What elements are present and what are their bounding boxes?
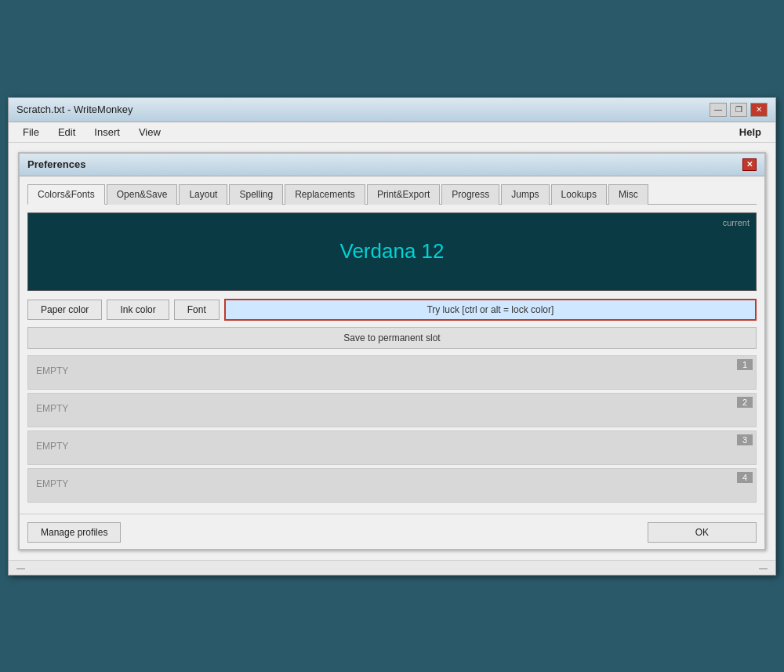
menu-edit[interactable]: Edit — [50, 124, 83, 140]
slot-item-2[interactable]: EMPTY 2 — [27, 393, 757, 427]
try-luck-button[interactable]: Try luck [ctrl or alt = lock color] — [224, 299, 757, 321]
dialog-body: Colors&Fonts Open&Save Layout Spelling R… — [20, 176, 764, 510]
slot-item-4[interactable]: EMPTY 4 — [27, 468, 757, 503]
tab-colors-fonts[interactable]: Colors&Fonts — [27, 184, 105, 205]
menu-file[interactable]: File — [15, 124, 47, 140]
tab-bar: Colors&Fonts Open&Save Layout Spelling R… — [27, 184, 757, 205]
menu-items: File Edit Insert View — [15, 124, 169, 140]
dialog-close-button[interactable]: ✕ — [742, 158, 757, 171]
status-bar: — — — [9, 560, 775, 575]
tab-jumps[interactable]: Jumps — [501, 184, 549, 205]
slot-label-2: EMPTY — [36, 400, 68, 414]
color-font-buttons: Paper color Ink color Font Try luck [ctr… — [27, 299, 757, 321]
tab-print-export[interactable]: Print&Export — [367, 184, 440, 205]
slot-label-1: EMPTY — [36, 362, 68, 376]
window-controls: — ❐ ✕ — [710, 103, 768, 117]
tab-lookups[interactable]: Lookups — [551, 184, 607, 205]
window-title: Scratch.txt - WriteMonkey — [16, 104, 133, 115]
minimize-button[interactable]: — — [710, 103, 727, 117]
menu-insert[interactable]: Insert — [86, 124, 128, 140]
slot-label-3: EMPTY — [36, 438, 68, 452]
slot-list: EMPTY 1 EMPTY 2 EMPTY 3 EMPTY 4 — [27, 355, 757, 503]
slot-number-2: 2 — [737, 397, 753, 408]
tab-open-save[interactable]: Open&Save — [107, 184, 178, 205]
window-close-button[interactable]: ✕ — [750, 103, 768, 117]
paper-color-button[interactable]: Paper color — [27, 300, 102, 320]
slot-item-1[interactable]: EMPTY 1 — [27, 355, 757, 390]
tab-progress[interactable]: Progress — [441, 184, 499, 205]
maximize-button[interactable]: ❐ — [730, 103, 747, 117]
font-preview-area: current Verdana 12 — [27, 212, 757, 291]
status-right: — — [759, 563, 768, 572]
main-window: Scratch.txt - WriteMonkey — ❐ ✕ File Edi… — [8, 97, 776, 576]
manage-profiles-button[interactable]: Manage profiles — [27, 522, 121, 543]
slot-number-4: 4 — [737, 472, 753, 483]
ink-color-button[interactable]: Ink color — [107, 300, 169, 320]
tab-replacements[interactable]: Replacements — [285, 184, 365, 205]
title-bar: Scratch.txt - WriteMonkey — ❐ ✕ — [9, 98, 775, 122]
tab-misc[interactable]: Misc — [608, 184, 648, 205]
slot-number-1: 1 — [737, 359, 753, 370]
dialog-title-text: Preferences — [27, 158, 85, 170]
slot-number-3: 3 — [737, 434, 753, 445]
slot-item-3[interactable]: EMPTY 3 — [27, 430, 757, 465]
menu-view[interactable]: View — [131, 124, 169, 140]
status-left: — — [16, 563, 25, 572]
tab-layout[interactable]: Layout — [179, 184, 227, 205]
font-button[interactable]: Font — [174, 300, 220, 320]
dialog-title-bar: Preferences ✕ — [20, 154, 764, 176]
menu-bar: File Edit Insert View Help — [9, 122, 775, 143]
dialog-overlay: Preferences ✕ Colors&Fonts Open&Save Lay… — [9, 143, 775, 560]
preview-font-text: Verdana 12 — [339, 239, 444, 263]
preview-label: current — [723, 218, 750, 227]
save-to-slot-button[interactable]: Save to permanent slot — [27, 327, 757, 349]
tab-spelling[interactable]: Spelling — [229, 184, 283, 205]
ok-button[interactable]: OK — [648, 522, 757, 543]
dialog-footer: Manage profiles OK — [20, 514, 764, 549]
slot-label-4: EMPTY — [36, 475, 68, 489]
preferences-dialog: Preferences ✕ Colors&Fonts Open&Save Lay… — [18, 152, 766, 550]
menu-help[interactable]: Help — [731, 124, 769, 140]
